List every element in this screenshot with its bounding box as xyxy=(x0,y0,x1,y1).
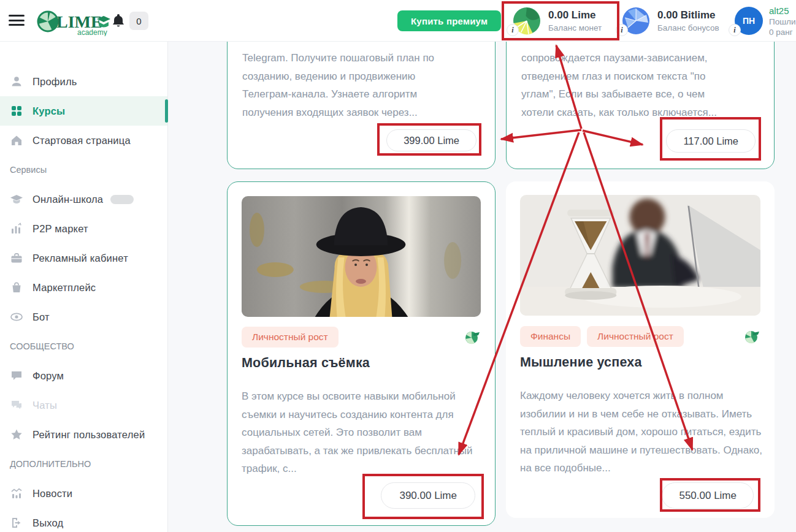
lime-balance-amount: 0.00 Lime xyxy=(548,9,602,21)
bitlime-coin-icon: i xyxy=(622,7,650,35)
info-icon[interactable]: i xyxy=(729,24,741,36)
lime-academy-icon xyxy=(465,330,481,344)
bitlime-balance-label: Баланс бонусов xyxy=(657,23,719,32)
lime-coin-icon: i xyxy=(513,7,541,35)
course-price-button[interactable]: 550.00 Lime xyxy=(662,482,754,509)
sidebar-section-services: Сервисы xyxy=(0,155,167,184)
user-rank: 0 ранг xyxy=(769,28,795,37)
sidebar-item-ad-cabinet[interactable]: Рекламный кабинет xyxy=(0,243,167,273)
sidebar-item-label: Чаты xyxy=(33,400,57,411)
home-icon xyxy=(10,134,23,147)
grid-icon xyxy=(10,104,23,118)
sidebar-item-online-school[interactable]: Онлайн-школа xyxy=(0,184,167,214)
course-description: Каждому человеку хочется жить в полном и… xyxy=(520,387,763,477)
lime-balance-label: Баланс монет xyxy=(548,23,602,32)
sidebar-item-forum[interactable]: Форум xyxy=(0,361,167,390)
lime-academy-icon xyxy=(744,329,760,344)
user-icon xyxy=(10,75,23,88)
sidebar-section-community: СООБЩЕСТВО xyxy=(0,332,167,361)
avatar-initials: ПН xyxy=(743,16,755,26)
user-name: alt25 xyxy=(769,6,795,16)
sidebar-item-user-rating[interactable]: Рейтинг пользователей xyxy=(0,420,167,449)
sidebar-item-label: Рейтинг пользователей xyxy=(33,429,145,441)
course-price-button[interactable]: 399.00 Lime xyxy=(386,129,476,151)
info-icon[interactable]: i xyxy=(616,24,628,36)
course-title: Мышление успеха xyxy=(520,355,642,370)
course-card[interactable]: Личностный рост Мобильная съёмка В этом … xyxy=(227,181,496,526)
sidebar-item-start-page[interactable]: Стартовая страница xyxy=(0,126,167,155)
course-card[interactable]: Telegram. Получите пошаговый план по соз… xyxy=(227,42,496,169)
user-menu[interactable]: ПН i alt25 Пошли 0 ранг xyxy=(735,0,795,42)
lime-icon xyxy=(38,12,58,31)
sidebar-section-additional: ДОПОЛНИТЕЛЬНО xyxy=(0,449,167,479)
eye-icon xyxy=(10,310,23,324)
shopping-bag-icon xyxy=(10,281,23,294)
main-content: Telegram. Получите пошаговый план по соз… xyxy=(168,42,796,532)
sidebar-item-label: Рекламный кабинет xyxy=(33,253,128,264)
info-icon[interactable]: i xyxy=(507,24,519,36)
bell-icon[interactable] xyxy=(111,13,126,31)
sidebar-item-label: Профиль xyxy=(33,76,77,88)
briefcase-icon xyxy=(10,251,23,265)
sidebar-item-logout[interactable]: Выход xyxy=(0,508,167,532)
course-image xyxy=(242,196,481,317)
sidebar-item-courses[interactable]: Курсы xyxy=(0,96,167,126)
chat-bubbles-icon xyxy=(10,398,23,412)
sidebar-item-news[interactable]: Новости xyxy=(0,479,167,508)
logo-subtitle: academy xyxy=(77,28,107,36)
sidebar-item-profile[interactable]: Профиль xyxy=(0,67,167,96)
course-price-button[interactable]: 117.00 Lime xyxy=(666,129,756,153)
bitlime-balance-amount: 0.00 Bitlime xyxy=(657,9,719,21)
sidebar-item-label: Новости xyxy=(33,488,72,500)
sidebar: Профиль Курсы Стартовая страница Сервисы… xyxy=(0,42,168,532)
sidebar-item-label: Форум xyxy=(33,370,64,382)
course-description: Telegram. Получите пошаговый план по соз… xyxy=(242,49,461,121)
bitlime-balance-widget[interactable]: i 0.00 Bitlime Баланс бонусов xyxy=(622,0,719,42)
app-logo[interactable]: LIME academy xyxy=(36,6,112,39)
course-card[interactable]: сопровождается паузами-зависанием, отвед… xyxy=(506,42,775,169)
chat-icon xyxy=(10,369,23,382)
logout-icon xyxy=(10,516,23,530)
avatar[interactable]: ПН i xyxy=(735,7,763,35)
course-price-button[interactable]: 390.00 Lime xyxy=(381,482,475,509)
sidebar-item-marketplace[interactable]: Маркетплейс xyxy=(0,273,167,302)
pill-badge xyxy=(110,195,134,204)
sidebar-item-label: Бот xyxy=(33,311,50,323)
course-tag: Личностный рост xyxy=(587,326,684,347)
course-card[interactable]: Финансы Личностный рост Мышление успеха … xyxy=(506,181,775,518)
course-tag: Личностный рост xyxy=(242,327,339,348)
sidebar-item-bot[interactable]: Бот xyxy=(0,302,167,332)
course-description: сопровождается паузами-зависанием, отвед… xyxy=(521,49,740,121)
lime-balance-widget[interactable]: i 0.00 Lime Баланс монет xyxy=(513,0,602,42)
notifications-counter[interactable]: 0 xyxy=(129,12,148,30)
hamburger-menu-icon[interactable] xyxy=(9,15,25,27)
buy-premium-button[interactable]: Купить премиум xyxy=(397,10,501,31)
sidebar-item-p2p-market[interactable]: P2P маркет xyxy=(0,214,167,243)
active-indicator xyxy=(165,99,168,123)
trend-icon xyxy=(10,487,23,500)
sidebar-item-label: Выход xyxy=(33,517,63,529)
sidebar-item-label: Стартовая страница xyxy=(33,135,131,146)
sidebar-item-label: P2P маркет xyxy=(33,223,88,235)
course-description: В этом курсе вы освоите навыки мобильной… xyxy=(242,387,484,478)
user-status: Пошли xyxy=(769,17,795,26)
bar-chart-icon xyxy=(10,222,23,235)
sidebar-item-label: Онлайн-школа xyxy=(33,194,103,205)
star-icon xyxy=(10,428,23,441)
course-image xyxy=(520,195,760,316)
course-title: Мобильная съёмка xyxy=(242,355,370,371)
sidebar-item-label: Маркетплейс xyxy=(33,282,96,294)
course-tag: Финансы xyxy=(520,326,581,347)
header: LIME academy 0 Купить премиум i xyxy=(0,0,796,42)
sidebar-item-chats[interactable]: Чаты xyxy=(0,390,167,420)
graduation-cap-icon xyxy=(10,192,23,206)
sidebar-item-label: Курсы xyxy=(33,105,65,117)
